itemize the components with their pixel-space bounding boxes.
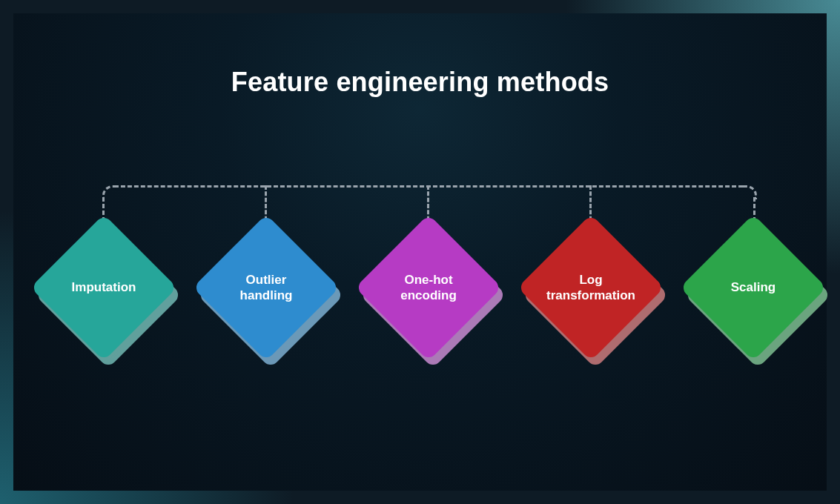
node-imputation: Imputation (52, 236, 156, 339)
diagram-panel: Feature engineering methods Impu (13, 13, 827, 491)
node-label: Log transformation (539, 236, 643, 339)
node-one-hot-encoding: One-hot encoding (377, 236, 480, 339)
node-outlier-handling: Outlier handling (214, 236, 318, 339)
node-log-transformation: Log transformation (539, 236, 643, 339)
node-label: Scaling (701, 236, 805, 339)
node-label: Imputation (52, 236, 156, 339)
figure-frame: Feature engineering methods Impu (0, 0, 840, 504)
node-label: Outlier handling (214, 236, 318, 339)
node-label: One-hot encoding (377, 236, 480, 339)
diamond-row: Imputation Outlier handling One-hot enco… (13, 13, 827, 491)
node-scaling: Scaling (701, 236, 805, 339)
